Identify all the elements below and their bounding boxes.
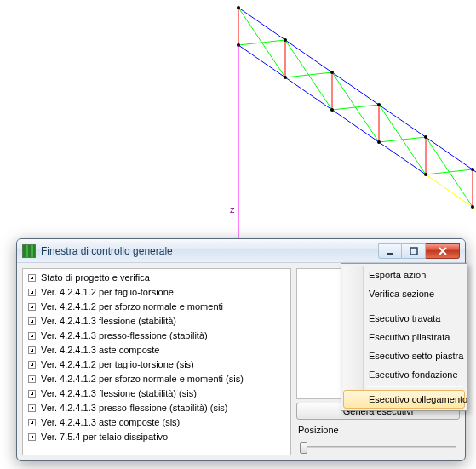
svg-point-18 [330,71,334,74]
tree-item-label: Ver. 4.2.4.1.3 aste composte (sis) [41,416,180,429]
tree-item[interactable]: Ver. 4.2.4.1.3 aste composte [23,343,290,357]
tree-item[interactable]: Ver. 4.2.4.1.2 per sforzo normale e mome… [23,372,290,386]
tree-item[interactable]: Ver. 7.5.4 per telaio dissipativo [23,430,290,444]
menu-item-label: Esecutivo collegamento [369,394,467,404]
tree-item[interactable]: Ver. 4.2.4.1.3 flessione (stabilità) [23,314,290,329]
menu-item[interactable]: Esecutivo fondazione [343,365,465,384]
svg-line-15 [426,137,473,207]
svg-line-14 [426,169,473,174]
menu-item-label: Esecutivo setto-piastra [369,351,463,361]
svg-point-23 [284,76,287,79]
svg-line-13 [379,105,426,174]
truss-bottom-chord [238,45,426,174]
tree-item-label: Ver. 4.2.4.1.2 per taglio-torsione (sis) [41,358,194,371]
menu-item[interactable]: Esecutivo travata [343,309,465,328]
titlebar[interactable]: Finestra di controllo generale [17,239,465,263]
svg-point-22 [237,43,240,47]
expand-icon[interactable] [28,361,36,369]
svg-point-21 [471,168,474,171]
svg-line-10 [332,105,379,110]
tree-item-label: Ver. 4.2.4.1.2 per sforzo normale e mome… [41,300,223,313]
tree-item-label: Ver. 4.2.4.1.2 per taglio-torsione [41,286,174,299]
tree-item-label: Ver. 4.2.4.1.3 flessione (stabilità) [41,315,176,328]
menu-item[interactable]: Esecutivo setto-piastra [343,346,465,365]
svg-line-9 [285,40,332,110]
tree-item[interactable]: Ver. 4.2.4.1.3 flessione (stabilità) (si… [23,386,290,401]
tree-panel[interactable]: Stato di progetto e verificaVer. 4.2.4.1… [22,268,291,455]
svg-line-7 [238,8,285,77]
menu-item-label: Esecutivo fondazione [369,369,458,380]
menu-item-label: Esporta azioni [369,270,428,280]
context-menu: Esporta azioniVerifica sezioneEsecutivo … [341,263,467,411]
close-button[interactable] [426,243,460,259]
tree-item[interactable]: Ver. 4.2.4.1.2 per taglio-torsione [23,285,290,300]
menu-separator [367,306,463,306]
menu-item[interactable]: Esecutivo pilastrata [343,328,465,346]
menu-item-label: Verifica sezione [369,289,434,299]
tree-item-label: Ver. 4.2.4.1.3 presso-flessione (stabili… [41,329,208,342]
menu-item[interactable]: Verifica sezione [343,284,465,303]
tree-item[interactable]: Ver. 4.2.4.1.2 per taglio-torsione (sis) [23,357,290,372]
svg-point-27 [471,205,474,209]
menu-item[interactable]: Esecutivo collegamento [343,390,465,409]
svg-point-16 [237,6,240,9]
expand-icon[interactable] [28,289,36,296]
tree-item[interactable]: Ver. 4.2.4.1.2 per sforzo normale e mome… [23,300,290,314]
tree-item-label: Ver. 7.5.4 per telaio dissipativo [41,431,168,443]
svg-rect-28 [387,253,393,255]
tree-item[interactable]: Ver. 4.2.4.1.3 presso-flessione (stabili… [23,329,290,343]
tree-item-label: Stato di progetto e verifica [41,272,150,284]
expand-icon[interactable] [28,274,36,282]
tree-item-label: Ver. 4.2.4.1.3 aste composte [41,344,159,357]
axis-z-label: Z [230,206,235,214]
expand-icon[interactable] [28,404,36,412]
menu-item[interactable]: Esporta azioni [343,266,465,284]
svg-point-17 [284,38,287,42]
truss-top-chord [238,8,476,172]
expand-icon[interactable] [28,433,36,441]
maximize-button[interactable] [402,243,426,259]
tree-item-label: Ver. 4.2.4.1.3 flessione (stabilità) (si… [41,387,197,400]
svg-line-6 [238,40,285,45]
expand-icon[interactable] [28,303,36,311]
tree-item-label: Ver. 4.2.4.1.3 presso-flessione (stabili… [41,402,227,415]
svg-point-25 [377,140,381,144]
svg-point-19 [377,103,381,106]
expand-icon[interactable] [28,390,36,398]
svg-rect-29 [410,248,417,255]
expand-icon[interactable] [28,346,36,354]
position-slider[interactable] [296,438,460,455]
expand-icon[interactable] [28,317,36,325]
position-label: Posizione [296,423,460,435]
svg-line-8 [285,72,332,77]
window-title: Finestra di controllo generale [41,245,378,257]
menu-separator [367,386,463,387]
tree-item[interactable]: Ver. 4.2.4.1.3 presso-flessione (stabili… [23,401,290,415]
truss-bottom-chord-yellow [426,174,476,209]
minimize-button[interactable] [378,243,402,259]
menu-item-label: Esecutivo pilastrata [369,332,450,342]
svg-line-11 [332,72,379,142]
tree-item[interactable]: Stato di progetto e verifica [23,271,290,285]
truss-diagram: Z [0,0,476,255]
svg-point-20 [424,135,427,139]
expand-icon[interactable] [28,332,36,340]
tree-item-label: Ver. 4.2.4.1.2 per sforzo normale e mome… [41,373,244,386]
tree-item[interactable]: Ver. 4.2.4.1.3 aste composte (sis) [23,415,290,430]
menu-item-label: Esecutivo travata [369,313,440,323]
expand-icon[interactable] [28,375,36,383]
app-icon [22,244,36,258]
expand-icon[interactable] [28,419,36,426]
svg-point-26 [424,173,427,176]
svg-point-24 [330,108,334,112]
svg-line-12 [379,137,426,142]
